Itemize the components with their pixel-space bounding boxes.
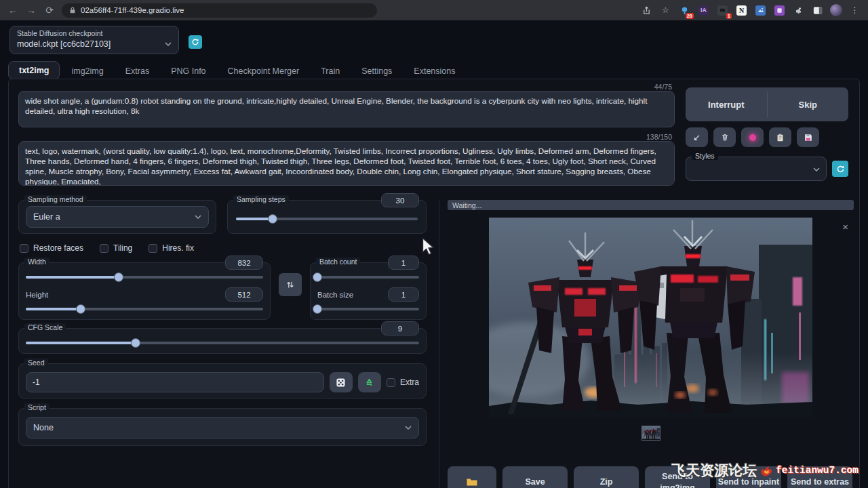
tiling-checkbox[interactable]: Tiling [100, 243, 132, 253]
styles-refresh-button[interactable] [832, 161, 848, 177]
main-tabs: txt2img img2img Extras PNG Info Checkpoi… [8, 61, 466, 80]
width-value[interactable] [225, 256, 263, 270]
ia-extension-icon[interactable]: IA [697, 4, 710, 17]
cfg-scale-value[interactable] [381, 321, 419, 336]
screenshot-extension-icon[interactable] [754, 4, 767, 17]
checkbox-box [387, 378, 395, 387]
styles-dropdown[interactable]: Styles [686, 157, 827, 181]
restore-faces-label: Restore faces [33, 243, 83, 253]
watermark-site-name: 飞天资源论坛 [671, 461, 757, 480]
height-slider[interactable] [26, 304, 263, 314]
pin-extension-icon[interactable]: 20 [678, 4, 691, 17]
watermark-domain: feitianwu7.com [776, 465, 859, 476]
restore-faces-checkbox[interactable]: Restore faces [20, 243, 83, 253]
tab-extras[interactable]: Extras [115, 62, 159, 80]
folder-icon [466, 477, 478, 487]
height-value[interactable] [225, 287, 263, 302]
tab-checkpoint-merger[interactable]: Checkpoint Merger [218, 62, 310, 80]
random-seed-button[interactable] [330, 372, 353, 392]
height-label: Height [26, 291, 48, 299]
result-gallery[interactable]: × [448, 214, 854, 420]
script-label: Script [24, 403, 50, 411]
interrupt-button[interactable]: Interrupt [686, 87, 767, 121]
extra-networks-button[interactable] [741, 127, 764, 147]
gallery-thumbnail[interactable] [642, 426, 660, 441]
cfg-scale-slider[interactable] [26, 338, 419, 348]
batch-count-label: Batch count [316, 258, 360, 266]
tab-txt2img[interactable]: txt2img [8, 61, 60, 80]
share-icon[interactable] [640, 4, 653, 17]
skip-button[interactable]: Skip [768, 87, 849, 121]
browser-menu-icon[interactable]: ⋮ [848, 4, 861, 17]
sidepanel-icon[interactable] [811, 4, 824, 17]
sampling-method-block: Sampling method Euler a [18, 200, 216, 234]
sampling-steps-label: Sampling steps [233, 195, 289, 203]
generate-actions: Interrupt Skip ↙ [686, 87, 848, 181]
dice-icon [336, 378, 346, 388]
refresh-icon [191, 38, 199, 46]
script-dropdown[interactable]: None [26, 417, 419, 439]
width-slider[interactable] [26, 272, 263, 282]
chevron-down-icon [165, 42, 172, 46]
chevron-down-icon [405, 426, 412, 430]
prompt-tools: ↙ [686, 127, 848, 147]
reuse-seed-button[interactable] [358, 372, 381, 392]
clipboard-icon [776, 133, 785, 142]
chat-extension-icon[interactable]: 1 [716, 4, 729, 17]
batch-size-slider[interactable] [317, 304, 419, 314]
apply-style-button[interactable] [769, 127, 791, 147]
prompt-token-counter: 44/75 [654, 83, 672, 91]
office-extension-icon[interactable] [773, 4, 786, 17]
prompt-input[interactable]: wide shot angle, a (gundam:0.8) robot st… [18, 91, 675, 127]
tab-settings[interactable]: Settings [351, 62, 402, 80]
sampling-method-dropdown[interactable]: Euler a [26, 206, 209, 228]
forward-icon[interactable]: → [25, 5, 37, 16]
width-label: Width [24, 258, 50, 266]
tab-extensions[interactable]: Extensions [403, 62, 465, 80]
hires-fix-checkbox[interactable]: Hires. fix [149, 243, 194, 253]
batch-size-value[interactable] [388, 287, 419, 302]
tab-img2img[interactable]: img2img [61, 62, 113, 80]
reload-icon[interactable]: ⟳ [43, 5, 56, 16]
clear-prompt-button[interactable] [713, 127, 736, 147]
tab-train[interactable]: Train [311, 62, 350, 80]
bookmark-star-icon[interactable]: ☆ [659, 4, 672, 17]
save-button[interactable]: Save [502, 466, 568, 488]
zip-button[interactable]: Zip [574, 466, 639, 488]
swap-dimensions-button[interactable] [279, 273, 302, 296]
sampling-steps-value[interactable] [381, 193, 419, 207]
hires-fix-label: Hires. fix [162, 243, 194, 253]
cfg-scale-block: CFG Scale [18, 328, 427, 354]
sampling-steps-slider[interactable] [236, 214, 418, 224]
chevron-down-icon [813, 167, 820, 171]
seed-input[interactable] [26, 372, 324, 392]
profile-avatar[interactable] [830, 4, 842, 16]
save-style-button[interactable] [797, 127, 819, 147]
checkpoint-dropdown[interactable]: Stable Diffusion checkpoint model.ckpt [… [9, 26, 179, 54]
batch-count-value[interactable] [388, 256, 419, 270]
open-folder-button[interactable] [448, 466, 496, 488]
address-bar[interactable]: 02a56ff4-71ff-439e.gradio.live [62, 3, 377, 18]
checkpoint-label: Stable Diffusion checkpoint [17, 29, 172, 37]
notion-extension-icon[interactable]: N [735, 4, 748, 17]
negative-prompt-input[interactable]: text, logo, watermark, (worst quality, l… [18, 141, 675, 186]
gallery-thumbnails [448, 426, 854, 441]
paste-params-button[interactable]: ↙ [686, 127, 708, 147]
checkpoint-refresh-button[interactable] [189, 35, 202, 49]
styles-label: Styles [692, 152, 718, 160]
tab-png-info[interactable]: PNG Info [161, 62, 216, 80]
generated-image[interactable] [489, 218, 812, 418]
pin-badge: 20 [686, 13, 694, 19]
back-icon[interactable]: ← [7, 5, 19, 16]
batch-size-label: Batch size [317, 291, 353, 299]
flame-logo-icon [759, 464, 774, 477]
close-gallery-icon[interactable]: × [842, 221, 848, 232]
batch-count-slider[interactable] [317, 272, 419, 282]
extensions-puzzle-icon[interactable] [792, 4, 805, 17]
arrow-down-left-icon: ↙ [693, 132, 701, 142]
refresh-icon [836, 165, 845, 174]
extra-networks-icon [749, 134, 756, 141]
gradio-page: Stable Diffusion checkpoint model.ckpt [… [0, 20, 868, 488]
chat-badge: 1 [726, 13, 732, 19]
seed-extra-checkbox[interactable]: Extra [387, 378, 419, 387]
